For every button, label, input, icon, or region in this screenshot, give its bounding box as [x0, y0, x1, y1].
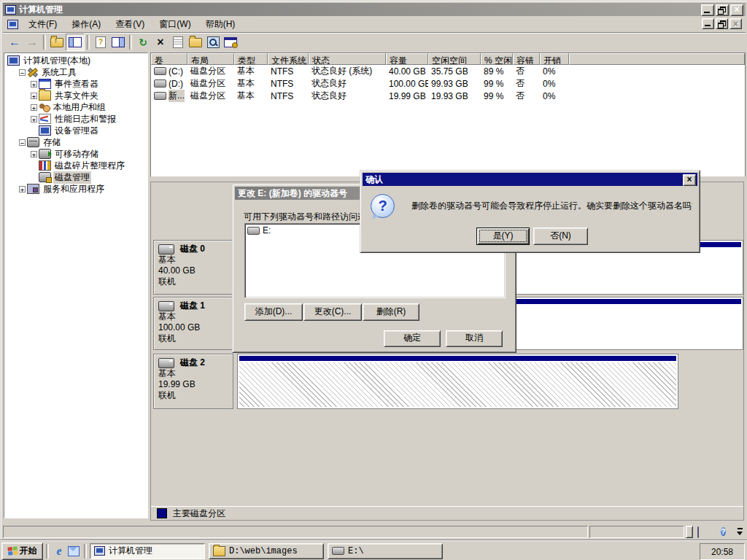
ok-button[interactable]: 确定 [384, 330, 441, 347]
sidebar-item-event[interactable]: +事件查看器 [4, 78, 147, 90]
sidebar-item-defrag[interactable]: 磁盘碎片整理程序 [4, 160, 147, 171]
expander-icon[interactable]: + [31, 116, 37, 122]
column-header[interactable]: 布局 [187, 53, 234, 65]
back-button[interactable] [6, 34, 23, 50]
add-button[interactable]: 添加(D)... [244, 303, 303, 321]
sidebar-item-users[interactable]: +本地用户和组 [4, 101, 147, 113]
column-header[interactable]: 开销 [540, 53, 569, 65]
remove-button[interactable]: 删除(R) [363, 303, 419, 321]
outlook-express-icon[interactable] [66, 544, 81, 559]
taskbar-task[interactable]: D:\web\images [209, 543, 324, 559]
tree-item-label: 本地用户和组 [52, 101, 107, 114]
confirm-close-icon[interactable] [683, 174, 696, 186]
cell-pct_free: 99 % [481, 91, 513, 101]
expander-icon[interactable]: + [31, 93, 37, 99]
yes-button[interactable]: 是(Y) [476, 228, 530, 245]
expander-icon[interactable]: + [31, 104, 37, 111]
confirm-dialog-titlebar[interactable]: 确认 [363, 173, 697, 186]
cell-fault: 否 [513, 90, 540, 102]
help-doc-button[interactable] [92, 34, 109, 50]
sidebar-item-tools[interactable]: −系统工具 [4, 66, 147, 78]
sidebar-item-diskmgmt[interactable]: 磁盘管理 [4, 171, 147, 183]
tree-item-label: 计算机管理(本地) [22, 55, 92, 67]
child-minimize-button[interactable] [702, 18, 714, 29]
event-icon [39, 79, 51, 89]
refresh-button[interactable] [134, 34, 152, 50]
table-row[interactable]: (D:)磁盘分区基本NTFS状态良好100.00 GB99.93 GB99 %否… [151, 77, 745, 90]
taskbar-task[interactable]: E:\ [328, 543, 443, 559]
cell-status: 状态良好 [309, 90, 386, 102]
cancel-button[interactable]: 取消 [446, 330, 503, 347]
help-icon[interactable]: ? [721, 526, 726, 539]
no-button[interactable]: 否(N) [533, 228, 588, 245]
search-icon [207, 36, 220, 48]
confirm-dialog-title: 确认 [365, 174, 383, 186]
taskbar-task[interactable]: 计算机管理 [90, 543, 205, 559]
expander-icon[interactable]: + [31, 151, 37, 158]
minimize-button[interactable] [701, 4, 714, 16]
column-header[interactable]: 文件系统 [268, 53, 309, 65]
sidebar-item-services[interactable]: +服务和应用程序 [4, 183, 147, 195]
menu-item[interactable]: 帮助(H) [198, 17, 243, 32]
cell-free: 35.75 GB [428, 66, 481, 77]
partition-box[interactable] [237, 354, 678, 409]
disk-type: 基本 [158, 311, 233, 322]
menu-bar: 文件(F)操作(A)查看(V)窗口(W)帮助(H) [3, 16, 746, 33]
start-button[interactable]: 开始 [1, 542, 43, 560]
manage-computer-icon [224, 37, 237, 47]
child-restore-button[interactable] [716, 18, 728, 29]
sidebar-item-removable[interactable]: +可移动存储 [4, 148, 147, 160]
up-folder-button[interactable] [48, 34, 66, 50]
window-titlebar[interactable]: 计算机管理 [3, 3, 746, 16]
column-header[interactable]: 容错 [513, 53, 540, 65]
menu-item[interactable]: 操作(A) [64, 17, 108, 32]
sidebar-item-perf[interactable]: +性能日志和警报 [4, 113, 147, 125]
console-tree: 计算机管理(本地)−系统工具+事件查看器+共享文件夹+本地用户和组+性能日志和警… [4, 52, 148, 518]
users-icon [39, 103, 50, 112]
menu-item[interactable]: 文件(F) [21, 17, 64, 32]
start-label: 开始 [20, 545, 37, 557]
properties-button[interactable] [169, 34, 187, 50]
close-button[interactable] [730, 4, 743, 16]
child-close-button[interactable] [729, 18, 742, 29]
internet-explorer-icon[interactable]: e [52, 544, 66, 559]
menu-item[interactable]: 窗口(W) [152, 17, 198, 32]
disk-icon [158, 301, 174, 311]
column-header[interactable]: 容量 [386, 53, 428, 65]
column-header[interactable]: % 空闲 [481, 53, 513, 65]
disk-info-box[interactable]: 磁盘 2基本19.99 GB联机 [153, 354, 233, 409]
manage-computer-button[interactable] [222, 34, 239, 50]
restore-button[interactable] [716, 4, 729, 16]
show-hide-tree-button[interactable] [66, 34, 85, 51]
column-header[interactable]: 类型 [234, 53, 268, 65]
search-button[interactable] [204, 34, 222, 50]
forward-button[interactable] [23, 34, 41, 50]
change-button[interactable]: 更改(C)... [303, 303, 362, 321]
system-tray: 20:58 [700, 543, 745, 560]
delete-button[interactable] [152, 34, 169, 50]
sidebar-item-devmgr[interactable]: 设备管理器 [4, 125, 147, 136]
sidebar-item-folder-shared[interactable]: +共享文件夹 [4, 90, 147, 101]
disk-status: 联机 [158, 333, 233, 344]
open-folder-button[interactable] [187, 34, 204, 50]
expander-icon[interactable]: − [19, 69, 26, 76]
menu-item[interactable]: 查看(V) [108, 17, 152, 32]
column-header[interactable]: 空闲空间 [428, 53, 481, 65]
disk-info-box[interactable]: 磁盘 1基本100.00 GB联机 [153, 297, 233, 350]
disk-name: 磁盘 1 [180, 300, 205, 311]
expander-icon[interactable]: − [19, 139, 26, 146]
cell-capacity: 19.99 GB [386, 91, 428, 101]
sidebar-item-storage[interactable]: −存储 [4, 136, 147, 148]
sidebar-item-computer[interactable]: 计算机管理(本地) [4, 55, 147, 66]
show-pane-button[interactable] [109, 34, 127, 50]
table-row[interactable]: (C:)磁盘分区基本NTFS状态良好 (系统)40.00 GB35.75 GB8… [151, 65, 745, 77]
disk-info-box[interactable]: 磁盘 0基本40.00 GB联机 [153, 240, 233, 295]
expander-icon[interactable]: + [19, 186, 26, 192]
table-row[interactable]: 新...磁盘分区基本NTFS状态良好19.99 GB19.93 GB99 %否0… [151, 90, 745, 102]
confirm-message: 删除卷的驱动器号可能会导致程序停止运行。确实要删除这个驱动器名吗? [411, 200, 692, 212]
expander-icon[interactable]: + [31, 81, 37, 88]
folder-shared-icon [39, 90, 51, 101]
column-header[interactable]: 卷 [151, 53, 187, 65]
keyboard-icon[interactable] [697, 527, 699, 540]
column-header[interactable]: 状态 [309, 53, 386, 65]
